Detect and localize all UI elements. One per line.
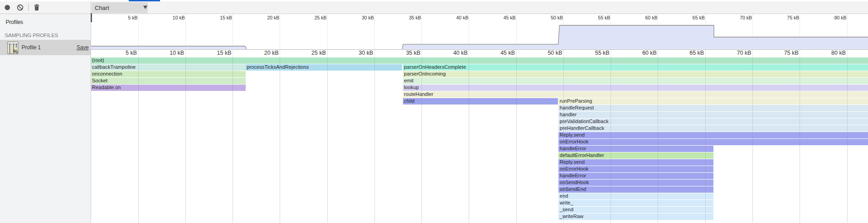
svg-text:%: % xyxy=(13,48,18,55)
